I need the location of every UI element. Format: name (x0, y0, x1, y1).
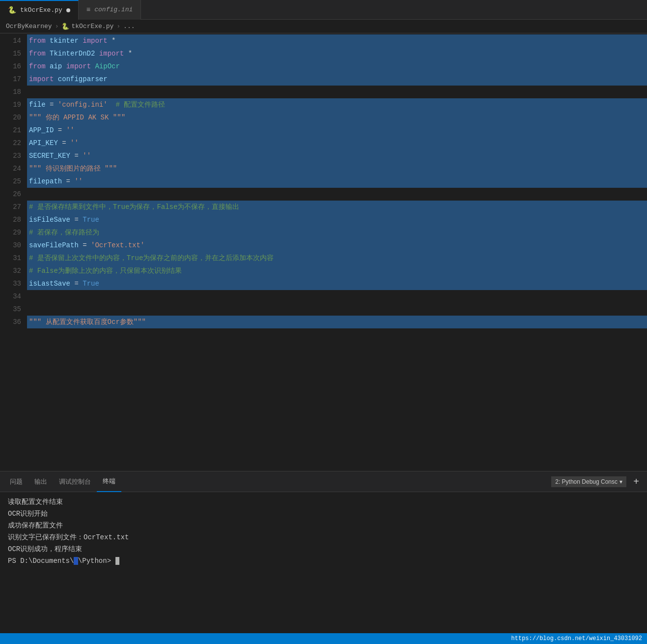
tab-config[interactable]: ≡ config.ini (79, 0, 141, 20)
code-line-19[interactable]: file = 'config.ini' # 配置文件路径 (27, 98, 647, 111)
chevron-down-icon: ▾ (619, 478, 622, 485)
terminal-line: OCR识别成功，程序结束 (8, 543, 639, 555)
tab-config-label: config.ini (94, 6, 133, 13)
terminal-line: 读取配置文件结束 (8, 496, 639, 508)
panel-tab-terminal[interactable]: 终端 (97, 471, 121, 492)
breadcrumb-root[interactable]: OcrByKearney (6, 23, 52, 30)
python-icon: 🐍 (8, 6, 16, 14)
panel-actions: 2: Python Debug Consc ▾ + (551, 475, 643, 489)
breadcrumb-file[interactable]: tkOcrExe.py (71, 23, 113, 30)
terminal-prompt-line: PS D:\Documents\ \Python> (8, 555, 639, 567)
code-content[interactable]: from tkinter import *from TkinterDnD2 im… (27, 33, 647, 471)
status-bar: https://blog.csdn.net/weixin_43031092 (0, 633, 647, 644)
code-line-31[interactable]: # 是否保留上次文件中的内容，True为保存之前的内容，并在之后添加本次内容 (27, 252, 647, 264)
code-line-25[interactable]: filepath = '' (27, 175, 647, 188)
code-line-20[interactable]: """ 你的 APPID AK SK """ (27, 111, 647, 124)
code-line-29[interactable]: # 若保存，保存路径为 (27, 226, 647, 239)
terminal-line: 识别文字已保存到文件：OcrText.txt (8, 531, 639, 543)
code-line-26[interactable] (27, 188, 647, 201)
code-line-32[interactable]: # False为删除上次的内容，只保留本次识别结果 (27, 264, 647, 277)
terminal-line: OCR识别开始 (8, 508, 639, 520)
breadcrumb: OcrByKearney › 🐍 tkOcrExe.py › ... (0, 20, 647, 33)
panel-tab-debug[interactable]: 调试控制台 (53, 471, 97, 492)
code-line-22[interactable]: API_KEY = '' (27, 137, 647, 149)
title-bar: 🐍 tkOcrExe.py ≡ config.ini (0, 0, 647, 20)
code-line-18[interactable] (27, 86, 647, 98)
code-line-36[interactable]: """ 从配置文件获取百度Ocr参数""" (27, 316, 647, 328)
code-line-33[interactable]: isLastSave = True (27, 277, 647, 290)
code-line-35[interactable] (27, 303, 647, 316)
ini-icon: ≡ (86, 6, 90, 14)
code-line-34[interactable] (27, 290, 647, 303)
add-terminal-button[interactable]: + (629, 475, 643, 489)
terminal-content[interactable]: 读取配置文件结束OCR识别开始成功保存配置文件识别文字已保存到文件：OcrTex… (0, 492, 647, 623)
code-line-23[interactable]: SECRET_KEY = '' (27, 149, 647, 162)
panel-tab-problems[interactable]: 问题 (4, 471, 28, 492)
code-line-15[interactable]: from TkinterDnD2 import * (27, 47, 647, 60)
code-line-21[interactable]: APP_ID = '' (27, 124, 647, 137)
code-line-14[interactable]: from tkinter import * (27, 34, 647, 47)
status-url: https://blog.csdn.net/weixin_43031092 (511, 635, 642, 642)
panel-tab-output[interactable]: 输出 (28, 471, 53, 492)
breadcrumb-sep-1: › (55, 23, 59, 30)
terminal-dropdown[interactable]: 2: Python Debug Consc ▾ (551, 476, 626, 487)
code-line-27[interactable]: # 是否保存结果到文件中，True为保存，False为不保存，直接输出 (27, 201, 647, 213)
modified-indicator (66, 8, 70, 12)
panel-tab-bar: 问题 输出 调试控制台 终端 2: Python Debug Consc ▾ + (0, 471, 647, 492)
tab-tkocr-label: tkOcrExe.py (20, 6, 62, 14)
breadcrumb-python-icon: 🐍 (61, 23, 69, 30)
breadcrumb-sep-2: › (116, 23, 120, 30)
code-line-24[interactable]: """ 待识别图片的路径 """ (27, 162, 647, 175)
code-line-17[interactable]: import configparser (27, 73, 647, 86)
breadcrumb-ellipsis[interactable]: ... (123, 23, 135, 30)
tab-tkocr[interactable]: 🐍 tkOcrExe.py (0, 0, 79, 20)
code-line-16[interactable]: from aip import AipOcr (27, 60, 647, 73)
terminal-line: 成功保存配置文件 (8, 520, 639, 531)
line-numbers: 1415161718192021222324252627282930313233… (0, 33, 27, 471)
panel: 问题 输出 调试控制台 终端 2: Python Debug Consc ▾ +… (0, 471, 647, 623)
editor-area: 1415161718192021222324252627282930313233… (0, 33, 647, 471)
code-line-28[interactable]: isFileSave = True (27, 213, 647, 226)
code-line-30[interactable]: saveFilePath = 'OcrText.txt' (27, 239, 647, 252)
